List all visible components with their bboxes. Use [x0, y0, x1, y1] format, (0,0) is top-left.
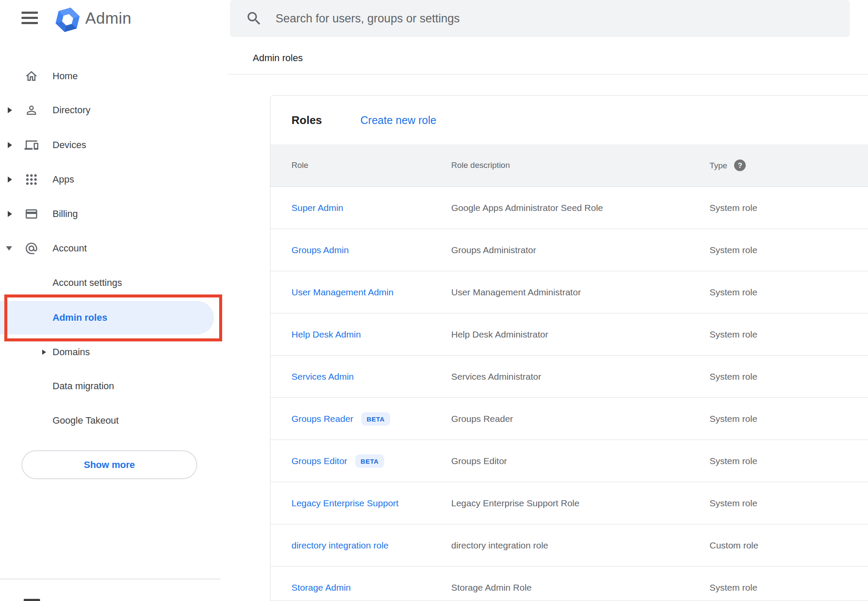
admin-console-page: Admin Home Directory Devices [0, 0, 868, 601]
role-link[interactable]: Legacy Enterprise Support [291, 498, 399, 508]
role-type: System role [710, 414, 757, 424]
sidebar-item-account[interactable]: Account [0, 231, 228, 266]
role-link[interactable]: Groups Admin [291, 245, 349, 255]
menu-icon[interactable] [22, 12, 38, 24]
table-row: Legacy Enterprise Support Legacy Enterpr… [270, 482, 868, 524]
sidebar-item-label: Domains [53, 347, 90, 358]
app-title: Admin [85, 9, 131, 28]
role-description: User Management Administrator [451, 287, 581, 297]
sidebar-item-account-settings[interactable]: Account settings [0, 266, 228, 300]
search-icon [245, 10, 263, 27]
sidebar-item-data-migration[interactable]: Data migration [0, 369, 228, 403]
sidebar: Admin Home Directory Devices [0, 0, 228, 601]
card-header: Roles Create new role [270, 96, 868, 144]
sidebar-item-label: Home [53, 71, 78, 82]
help-icon[interactable]: ? [734, 160, 746, 171]
role-type: System role [710, 203, 757, 213]
sidebar-item-label: Directory [53, 105, 90, 116]
role-description: Groups Administrator [451, 245, 536, 255]
role-description: Services Administrator [451, 372, 541, 382]
chevron-right-icon[interactable] [8, 177, 17, 183]
apps-icon [24, 172, 39, 187]
table-row: Super Admin Google Apps Administrator Se… [270, 186, 868, 229]
sidebar-item-label: Admin roles [53, 312, 107, 323]
role-description: Google Apps Administrator Seed Role [451, 203, 603, 213]
role-description: Storage Admin Role [451, 582, 532, 593]
google-admin-logo-icon [54, 6, 81, 31]
billing-icon [24, 206, 39, 222]
role-link[interactable]: Storage Admin [291, 582, 351, 593]
role-type: System role [710, 498, 757, 508]
role-description: Help Desk Administrator [451, 329, 548, 340]
role-description: Groups Editor [451, 456, 507, 466]
beta-badge: BETA [355, 454, 384, 468]
sidebar-item-admin-roles[interactable]: Admin roles [0, 301, 214, 335]
column-header-description: Role description [451, 161, 510, 170]
sidebar-item-directory[interactable]: Directory [0, 93, 228, 127]
role-link[interactable]: User Management Admin [291, 287, 394, 297]
role-type: System role [710, 372, 757, 382]
table-row: directory integration role directory int… [270, 524, 868, 566]
sidebar-item-label: Devices [53, 139, 86, 151]
sidebar-item-home[interactable]: Home [0, 59, 228, 93]
chevron-down-icon[interactable] [6, 246, 12, 251]
column-header-type: Type ? [710, 160, 746, 171]
sidebar-item-label: Account [53, 243, 87, 254]
role-link[interactable]: directory integration role [291, 540, 388, 551]
table-row: Groups Admin Groups Administrator System… [270, 229, 868, 271]
role-link[interactable]: Groups Editor BETA [291, 454, 384, 468]
table-row: Services Admin Services Administrator Sy… [270, 355, 868, 397]
sidebar-item-label: Google Takeout [53, 415, 119, 426]
sidebar-divider [0, 579, 220, 579]
person-icon [24, 102, 39, 118]
role-description: directory integration role [451, 540, 548, 551]
header-divider [228, 74, 868, 74]
show-more-label: Show more [84, 459, 135, 471]
role-type: System role [710, 329, 757, 340]
role-type: System role [710, 456, 757, 466]
page-title: Roles [291, 113, 322, 127]
home-icon [24, 68, 39, 84]
table-row: Storage Admin Storage Admin Role System … [270, 566, 868, 601]
sidebar-item-label: Apps [53, 174, 74, 185]
sidebar-item-devices[interactable]: Devices [0, 128, 228, 162]
role-link[interactable]: Super Admin [291, 203, 343, 213]
chevron-right-icon[interactable] [8, 211, 17, 217]
role-description: Legacy Enterprise Support Role [451, 498, 580, 508]
chevron-right-icon[interactable] [8, 142, 17, 148]
table-row: Groups Reader BETA Groups Reader System … [270, 397, 868, 440]
chevron-right-icon[interactable] [8, 107, 17, 113]
role-type: System role [710, 245, 757, 255]
sidebar-item-label: Data migration [53, 381, 114, 392]
role-type: Custom role [710, 540, 758, 551]
roles-card: Roles Create new role Role Role descript… [270, 95, 868, 601]
table-row: User Management Admin User Management Ad… [270, 271, 868, 313]
role-link[interactable]: Groups Reader BETA [291, 412, 390, 425]
sidebar-item-domains[interactable]: Domains [0, 335, 228, 369]
cutoff-icon [24, 599, 40, 601]
create-new-role-link[interactable]: Create new role [360, 114, 436, 126]
show-more-button[interactable]: Show more [22, 450, 197, 479]
beta-badge: BETA [361, 412, 391, 425]
role-description: Groups Reader [451, 414, 513, 424]
sidebar-item-google-takeout[interactable]: Google Takeout [0, 403, 228, 438]
table-header-row: Role Role description Type ? [270, 144, 868, 186]
role-type: System role [710, 287, 757, 297]
role-type: System role [710, 582, 757, 593]
sidebar-item-apps[interactable]: Apps [0, 162, 228, 197]
devices-icon [24, 137, 39, 153]
sidebar-item-billing[interactable]: Billing [0, 197, 228, 231]
column-header-role: Role [291, 161, 308, 170]
breadcrumb: Admin roles [253, 53, 303, 64]
table-row: Help Desk Admin Help Desk Administrator … [270, 313, 868, 355]
table-row: Groups Editor BETA Groups Editor System … [270, 440, 868, 482]
search-input[interactable] [276, 0, 827, 37]
role-link[interactable]: Services Admin [291, 372, 354, 382]
role-link[interactable]: Help Desk Admin [291, 329, 361, 340]
sidebar-item-label: Billing [53, 208, 78, 220]
sidebar-item-label: Account settings [53, 277, 122, 288]
chevron-right-icon[interactable] [42, 350, 46, 355]
search-bar[interactable] [230, 0, 850, 37]
at-icon [24, 241, 39, 256]
